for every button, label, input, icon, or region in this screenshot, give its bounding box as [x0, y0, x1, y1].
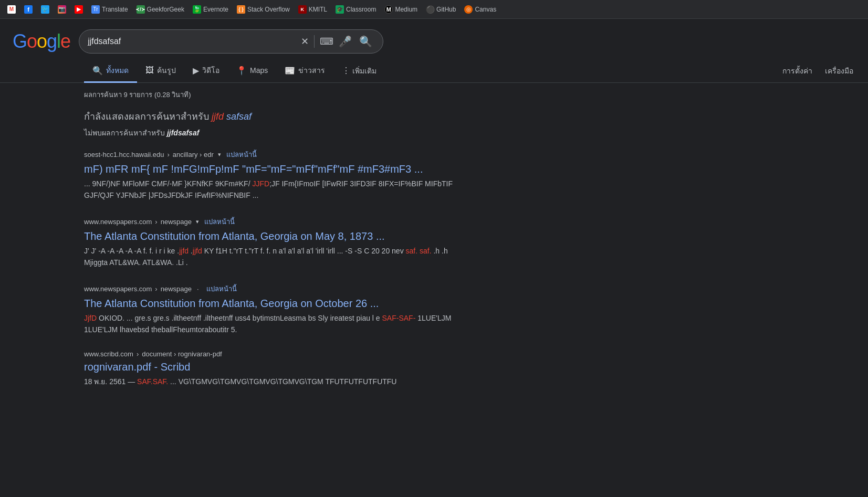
showing-prefix: กำลังแสดงผลการค้นหาสำหรับ — [84, 111, 212, 122]
bookmark-classroom[interactable]: 🎓 Classroom — [332, 4, 379, 15]
gmail-icon: M — [7, 5, 16, 14]
result-path: ancillary › edr — [173, 151, 214, 158]
result-title[interactable]: The Atlanta Constitution from Atlanta, G… — [84, 297, 473, 310]
corrected-red: jjfd — [212, 111, 224, 122]
nav-item-images[interactable]: 🖼 ค้นรูป — [137, 59, 184, 83]
translate-icon: Tr — [91, 5, 100, 14]
nav-news-label: ข่าวสาร — [298, 65, 325, 76]
bookmark-github[interactable]: ⚫ GitHub — [423, 4, 459, 15]
result-arrow[interactable]: ▾ — [196, 218, 199, 225]
bookmark-github-label: GitHub — [436, 6, 456, 13]
bookmark-youtube[interactable]: ▶ — [71, 4, 86, 15]
snippet-highlight: JjfD — [84, 314, 97, 322]
bookmark-geekforgeek[interactable]: ≺/≻ GeekforGeek — [133, 4, 187, 15]
search-result: soest-hcc1.hcc.hawaii.edu › ancillary › … — [84, 149, 473, 202]
nav-item-all[interactable]: 🔍 ทั้งหมด — [84, 59, 137, 83]
result-arrow[interactable]: ▾ — [218, 151, 221, 158]
bookmark-translate[interactable]: Tr Translate — [88, 4, 131, 15]
bookmark-medium[interactable]: M Medium — [381, 4, 421, 15]
search-result: www.scribd.com › document › rognivaran-p… — [84, 350, 473, 387]
snippet-highlight: saf. — [420, 247, 432, 255]
result-breadcrumb: › — [137, 350, 139, 358]
result-path: document › rognivaran-pdf — [142, 350, 222, 358]
search-input[interactable] — [88, 37, 297, 46]
bookmark-canvas-label: Canvas — [475, 6, 496, 13]
bookmark-evernote-label: Evernote — [203, 6, 228, 13]
result-path: newspage — [161, 218, 192, 226]
translate-link[interactable]: แปลหน้านี้ — [206, 283, 237, 294]
result-snippet: J' J' -A -A -A -A -A f. f. i r i ke .jjf… — [84, 245, 473, 269]
bookmark-geekforgeek-label: GeekforGeek — [147, 6, 184, 13]
result-domain: www.scribd.com — [84, 350, 133, 358]
bookmark-instagram[interactable]: 📷 — [55, 4, 69, 15]
translate-link[interactable]: แปลหน้านี้ — [226, 149, 257, 160]
result-url-row: www.newspapers.com › newspage · แปลหน้าน… — [84, 283, 473, 294]
spelling-correction: กำลังแสดงผลการค้นหาสำหรับ jjfd safsaf — [84, 109, 473, 124]
google-logo: Google — [13, 30, 70, 52]
nav-item-videos[interactable]: ▶ วิดีโอ — [184, 59, 228, 83]
instagram-icon: 📷 — [58, 5, 66, 14]
bookmark-kmitl[interactable]: K KMITL — [295, 4, 330, 15]
nav-right: การตั้งค่า เครื่องมือ — [776, 60, 860, 82]
result-domain: www.newspapers.com — [84, 218, 152, 226]
search-result: www.newspapers.com › newspage · แปลหน้าน… — [84, 283, 473, 336]
keyboard-icon[interactable]: ⌨ — [320, 36, 333, 47]
translate-link[interactable]: แปลหน้านี้ — [204, 216, 235, 227]
result-title[interactable]: rognivaran.pdf - Scribd — [84, 360, 473, 374]
snippet-highlight: saf. — [406, 247, 418, 255]
all-icon: 🔍 — [92, 66, 103, 76]
results-area: ผลการค้นหา 9 รายการ (0.28 วินาที) กำลังแ… — [0, 83, 473, 388]
result-url-row: www.scribd.com › document › rognivaran-p… — [84, 350, 473, 358]
bookmark-canvas[interactable]: ◎ Canvas — [461, 4, 499, 15]
result-snippet: 18 พ.ย. 2561 — SAF.SAF. ... VG\TGMVG\TGM… — [84, 376, 473, 387]
classroom-icon: 🎓 — [336, 5, 344, 14]
nav-more-label: เพิ่มเติม — [352, 65, 377, 77]
search-box: ✕ ⌨ 🎤 🔍 — [79, 29, 383, 54]
search-nav: 🔍 ทั้งหมด 🖼 ค้นรูป ▶ วิดีโอ 📍 Maps 📰 ข่า… — [0, 54, 868, 83]
nav-maps-label: Maps — [250, 66, 268, 75]
settings-label: การตั้งค่า — [782, 67, 812, 75]
videos-icon: ▶ — [193, 66, 199, 76]
bookmark-evernote[interactable]: 🍃 Evernote — [190, 4, 232, 15]
medium-icon: M — [384, 5, 393, 14]
result-title[interactable]: mF) mFR mF{ mF !mFG!mFp!mF "mF="mF="mFf"… — [84, 162, 473, 176]
result-snippet: JjfD OKIOD. ... gre.s gre.s .iltheetnff … — [84, 312, 473, 336]
snippet-highlight: SAF.SAF. — [137, 377, 168, 386]
no-results-prefix: ไม่พบผลการค้นหาสำหรับ — [84, 129, 167, 137]
twitter-icon: 🐦 — [41, 5, 49, 14]
clear-icon[interactable]: ✕ — [301, 36, 309, 47]
bookmark-translate-label: Translate — [102, 6, 128, 13]
evernote-icon: 🍃 — [193, 5, 201, 14]
snippet-highlight: jjfd — [193, 247, 202, 255]
nav-item-more[interactable]: ⋮ เพิ่มเติม — [333, 60, 385, 82]
kmitl-icon: K — [298, 5, 307, 14]
result-url-row: www.newspapers.com › newspage ▾ แปลหน้าน… — [84, 216, 473, 227]
tools-label: เครื่องมือ — [825, 67, 853, 75]
dot-separator: · — [197, 285, 199, 293]
facebook-icon: f — [24, 5, 33, 14]
canvas-icon: ◎ — [464, 5, 473, 14]
search-result: www.newspapers.com › newspage ▾ แปลหน้าน… — [84, 216, 473, 269]
bookmark-facebook[interactable]: f — [21, 4, 36, 15]
result-breadcrumb: › — [155, 218, 157, 226]
nav-item-maps[interactable]: 📍 Maps — [228, 60, 276, 82]
geekforgeek-icon: ≺/≻ — [137, 5, 145, 14]
nav-images-label: ค้นรูป — [157, 65, 176, 76]
snippet-highlight: SAF-SAF- — [382, 314, 416, 322]
result-breadcrumb: › — [155, 285, 157, 293]
search-submit-button[interactable]: 🔍 — [357, 33, 374, 50]
snippet-highlight: jjfd — [179, 247, 189, 255]
result-breadcrumb: › — [167, 151, 169, 158]
result-title[interactable]: The Atlanta Constitution from Atlanta, G… — [84, 229, 473, 243]
no-results-query: jjfdsafsaf — [167, 129, 199, 137]
more-icon: ⋮ — [342, 66, 350, 76]
bookmark-twitter[interactable]: 🐦 — [38, 4, 53, 15]
no-results-text: ไม่พบผลการค้นหาสำหรับ jjfdsafsaf — [84, 127, 473, 139]
nav-all-label: ทั้งหมด — [106, 65, 129, 76]
bookmark-gmail[interactable]: M — [4, 4, 19, 15]
nav-settings-button[interactable]: การตั้งค่า — [776, 60, 819, 82]
nav-item-news[interactable]: 📰 ข่าวสาร — [276, 59, 333, 83]
nav-tools-button[interactable]: เครื่องมือ — [819, 60, 860, 82]
mic-icon[interactable]: 🎤 — [339, 35, 352, 48]
bookmark-stackoverflow[interactable]: { } Stack Overflow — [234, 4, 293, 15]
